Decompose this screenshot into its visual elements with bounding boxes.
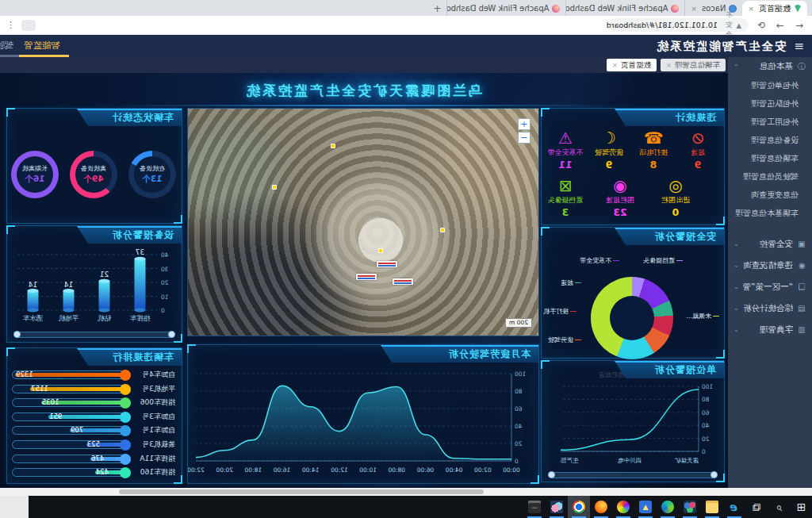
map-zoom-out-button[interactable]: − [518, 132, 530, 144]
svg-text:30: 30 [161, 266, 169, 273]
sidebar-item-0-5[interactable]: 驾驶员信息管理 [728, 167, 812, 186]
profile-avatar[interactable] [21, 20, 36, 31]
taskbar-search-icon[interactable]: ⌕ [768, 496, 790, 518]
tab-close-icon[interactable]: × [691, 5, 697, 13]
violation-grid: ⊘超速9☎接打电话8☾疲劳驾驶9⚠不系安全带11◎进出围栏0◉围栏超速23⊠遮挡… [542, 126, 724, 224]
fatigue-area-chart[interactable]: 02040608010000:0002:0004:0006:0008:0010:… [188, 363, 538, 483]
sidebar-item-0-6[interactable]: 信息变更查询 [728, 186, 812, 204]
map-marker-3[interactable] [378, 248, 383, 253]
ranking-row-2[interactable]: 指挥车0061035 [12, 397, 175, 409]
taskbar-start-icon[interactable]: ⊞ [790, 496, 812, 518]
sidebar-item-0-3[interactable]: 设备信息管理 [728, 131, 812, 149]
bar-洒水车[interactable]: 14洒水车 [22, 281, 43, 323]
device-alarm-bar-chart[interactable]: 01020304037指挥车21钻机14平地机14洒水车 [7, 244, 182, 326]
ranking-value: 1329 [14, 370, 33, 378]
search-glyph: ⌕ [776, 501, 782, 513]
ranking-row-5[interactable]: 装载机3号523 [12, 439, 175, 451]
satellite-map[interactable]: + − 200 m [187, 108, 539, 336]
browser-tab-2[interactable]: Apache Flink Web Dashboard× [565, 1, 684, 16]
sidebar-group-1[interactable]: ▣安全管控⌄ [728, 233, 812, 255]
scrollbar-thumb[interactable] [119, 489, 484, 494]
reload-icon[interactable]: ⟳ [755, 20, 768, 31]
browser-tab-1[interactable]: Nacos× [684, 1, 742, 16]
taskbar-firefox-icon[interactable] [590, 496, 612, 518]
taskbar-ie-icon[interactable]: e [723, 496, 745, 518]
svg-text:40: 40 [702, 422, 710, 429]
close-icon[interactable]: × [666, 61, 672, 69]
svg-text:22:00: 22:00 [188, 466, 205, 474]
system-tray[interactable] [0, 496, 29, 518]
bar-指挥车[interactable]: 37指挥车 [129, 248, 151, 322]
chevron-icon: ⌄ [733, 305, 739, 312]
taskbar-terminal-icon[interactable]: ― [523, 496, 546, 518]
violation-label: 接打电话 [631, 148, 676, 158]
ranking-row-1[interactable]: 平地机3号1157 [12, 383, 175, 395]
browser-tab-0[interactable]: 数据首页× [742, 1, 807, 16]
chevron-icon: ⌃ [733, 63, 739, 71]
vehicle-name: 指挥车006 [131, 397, 175, 408]
forward-icon[interactable]: → [774, 20, 787, 31]
svg-text:平地机: 平地机 [58, 314, 79, 322]
taskbar-photos-icon[interactable] [546, 496, 568, 518]
map-marker-2[interactable] [272, 185, 277, 190]
unit-alarm-line-chart[interactable]: 020406080100露天煤矿四川中电生产部 [548, 378, 724, 472]
browser-menu-icon[interactable]: ⋮ [6, 20, 15, 30]
page-horizontal-scrollbar[interactable] [0, 488, 812, 496]
header-tab-cockpit[interactable]: 驾驶舱 [0, 35, 16, 57]
sidebar-group-2[interactable]: ◉违章情况查询⌄ [728, 255, 812, 276]
workspace-tab-0[interactable]: 车辆信息管理× [661, 59, 726, 71]
bar-chart-zoom-slider[interactable] [15, 332, 174, 338]
taskbar-people-icon[interactable] [679, 496, 701, 518]
folder-glyph [706, 501, 718, 513]
ranking-row-0[interactable]: 自卸车4号1329 [12, 369, 175, 381]
address-bar[interactable]: ▲ 不安全 10.101.120.181/#/dashboard [609, 18, 749, 32]
sidebar-item-0-4[interactable]: 车辆信息管理 [728, 149, 812, 167]
map-zoom-in-button[interactable]: + [518, 118, 530, 130]
back-icon[interactable]: ← [793, 20, 806, 31]
ranking-row-4[interactable]: 自卸车1号709 [12, 424, 175, 436]
map-label-chip-2 [393, 278, 413, 285]
map-marker-1[interactable] [440, 228, 445, 232]
tab-title: Apache Flink Web Dashboard [446, 4, 549, 13]
chip-text-line [378, 263, 396, 264]
taskbar-chrome-icon[interactable] [568, 496, 590, 518]
sidebar-group-4[interactable]: ▤综合统计分析⌄ [728, 297, 812, 319]
unit-chart-zoom-slider[interactable] [550, 472, 716, 478]
ranking-row-6[interactable]: 指挥车11A476 [12, 453, 175, 465]
sidebar: ⓘ基本信息⌃外包单位管理外包队伍管理外包用工管理设备信息管理车辆信息管理驾驶员信… [728, 57, 812, 488]
sidebar-group-5[interactable]: ▥字典管理⌄ [728, 319, 812, 340]
taskbar-swirl-green-icon[interactable] [657, 496, 679, 518]
chevron-icon: ⌄ [733, 240, 739, 247]
sidebar-item-0-2[interactable]: 外包用工管理 [728, 113, 812, 131]
workspace-tab-1[interactable]: 数据首页× [607, 59, 657, 71]
sidebar-group-3[interactable]: ❏“一区一策”管理⌄ [728, 276, 812, 297]
taskbar-color-wheel-icon[interactable] [612, 496, 634, 518]
safety-alarm-donut-chart[interactable] [591, 277, 673, 359]
tab-close-icon[interactable]: × [748, 5, 754, 13]
taskbar-app-blue-icon[interactable]: ▲ [634, 496, 657, 518]
svg-text:露天煤矿: 露天煤矿 [675, 457, 699, 464]
hamburger-icon[interactable]: ≡ [794, 39, 804, 53]
sidebar-item-0-7[interactable]: 车辆基本信息管理 [728, 204, 812, 222]
sidebar-group-0[interactable]: ⓘ基本信息⌃ [728, 57, 812, 76]
svg-text:14: 14 [64, 281, 74, 289]
header-tab-smart-supervision[interactable]: 智能监管 [18, 35, 66, 57]
map-marker-0[interactable] [331, 144, 335, 148]
new-tab-button[interactable]: + [431, 2, 443, 15]
close-icon[interactable]: × [612, 61, 618, 69]
violation-label: 疲劳驾驶 [587, 148, 631, 158]
svg-text:14: 14 [29, 281, 38, 289]
browser-tab-3[interactable]: Apache Flink Web Dashboard× [446, 1, 565, 16]
ranking-row-3[interactable]: 自卸车3号951 [12, 411, 175, 423]
ranking-row-7[interactable]: 指挥车160424 [12, 466, 175, 478]
taskbar-task-view-icon[interactable]: ⧉ [745, 496, 768, 518]
panel-title: 设备报警分析 [112, 228, 174, 242]
bar-平地机[interactable]: 14平地机 [58, 281, 79, 323]
sidebar-item-0-1[interactable]: 外包队伍管理 [728, 94, 812, 113]
windows-taskbar: ⊞⌕⧉e▲― [0, 496, 812, 518]
phone-call-icon: ☎ [631, 129, 676, 147]
taskbar-folder-icon[interactable] [701, 496, 723, 518]
violation-label: 超速 [676, 148, 720, 158]
sidebar-item-0-0[interactable]: 外包单位管理 [728, 76, 812, 94]
bar-钻机[interactable]: 21钻机 [98, 271, 113, 322]
